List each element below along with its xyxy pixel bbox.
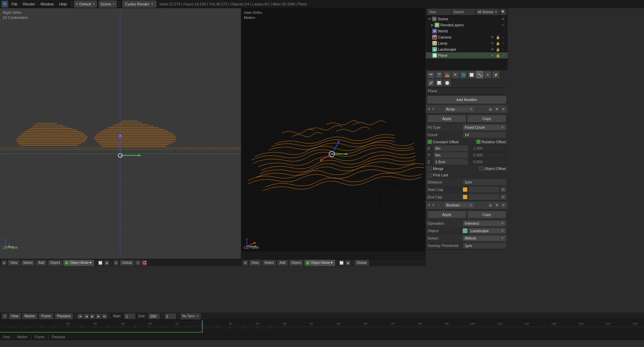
lamp-render-icon[interactable]: ○ — [501, 41, 506, 46]
boolean-type-selector[interactable]: Boolean ▼ — [444, 202, 475, 208]
vt-render-icon[interactable]: ⬜ — [98, 260, 103, 266]
menu-window[interactable]: Window — [38, 1, 56, 7]
props-icon-world[interactable]: 🌐 — [460, 71, 467, 78]
add-modifier-button[interactable]: Add Modifier — [428, 96, 506, 103]
merge-checkbox[interactable]: Merge — [428, 166, 443, 171]
vt-object-left[interactable]: Object — [48, 260, 62, 266]
props-icon-constraints[interactable]: 🔗 — [427, 79, 435, 86]
solver-selector[interactable]: BMesh ▼ — [463, 235, 506, 241]
vt-add-left[interactable]: Add — [36, 260, 47, 266]
menu-file[interactable]: File — [9, 1, 20, 7]
outliner-item-lamp[interactable]: 💡 Lamp 👁 🔒 ○ — [426, 40, 508, 46]
vt-orientation-icon[interactable]: ⊕ — [113, 260, 119, 266]
relative-offset-box[interactable] — [476, 140, 481, 144]
vt-view-right[interactable]: View — [249, 260, 261, 266]
lamp-lock-icon[interactable]: 🔒 — [496, 41, 500, 46]
all-scenes-selector[interactable]: All Scenes ▼ — [476, 9, 499, 15]
props-icon-output[interactable]: 📤 — [443, 71, 451, 78]
array-apply-button[interactable]: Apply — [428, 115, 466, 122]
props-icon-data[interactable]: 📊 — [435, 79, 443, 86]
distance-value[interactable]: 1cm — [463, 179, 506, 185]
vt-view-left[interactable]: View — [8, 260, 20, 266]
start-cap-value[interactable] — [468, 187, 500, 193]
y-value[interactable]: 0m — [434, 152, 468, 158]
plane-render-icon[interactable]: ○ — [501, 53, 506, 58]
scene-eye-icon[interactable]: 👁 — [501, 17, 506, 21]
vt-global-right[interactable]: Global — [354, 260, 369, 266]
search-button[interactable]: Search — [452, 9, 475, 15]
array-type-selector[interactable]: Array ▼ — [444, 106, 475, 112]
object-offset-box[interactable] — [479, 166, 483, 171]
prev-frame-icon[interactable]: ◀ — [84, 314, 89, 319]
end-cap-value[interactable] — [468, 194, 500, 200]
plane-lock-icon[interactable]: 🔒 — [496, 53, 500, 58]
status-markers-label[interactable]: Marker — [17, 335, 28, 339]
timeline-frame-btn[interactable]: Frame — [39, 313, 53, 319]
view-button[interactable]: View — [427, 9, 451, 15]
end-cap-edit-icon[interactable]: ✏ — [501, 194, 506, 200]
constant-offset-checkbox[interactable]: Constant Offset — [428, 140, 459, 144]
vt-mode-right[interactable]: Object Mode ▼ — [304, 260, 335, 266]
menu-bar[interactable]: File Render Window Help — [9, 1, 70, 7]
array-copy-button[interactable]: Copy — [467, 115, 506, 122]
boolean-expand-icon[interactable]: ▼ — [428, 203, 431, 207]
props-icon-material[interactable]: ⚪ — [443, 79, 451, 86]
timeline-view-btn[interactable]: View — [9, 313, 21, 319]
outliner-item-landscape[interactable]: ▲ Landscape 👁 🔒 ○ — [426, 46, 508, 52]
status-frame-label[interactable]: Frame — [35, 335, 45, 339]
left-viewport[interactable]: Right Ortho 10 Centimeters X Z (1) Plane — [0, 8, 241, 259]
vt-global-left[interactable]: Global — [120, 260, 134, 266]
props-icon-object[interactable]: ⬜ — [468, 71, 475, 78]
overlap-value[interactable]: 1μm — [463, 243, 506, 249]
vt-add-right[interactable]: Add — [277, 260, 288, 266]
camera-lock-icon[interactable]: 🔒 — [496, 35, 500, 40]
outliner-item-camera[interactable]: 📷 Camera 👁 🔒 ○ — [426, 34, 508, 40]
props-icon-physics[interactable]: ⚡ — [492, 71, 500, 78]
constant-offset-box[interactable] — [428, 140, 432, 144]
search-icon-btn[interactable]: 🔍 — [500, 9, 506, 15]
sync-selector[interactable]: No Sync ▼ — [181, 313, 201, 319]
array-render-icon[interactable]: ○ — [438, 107, 443, 111]
lamp-eye-icon[interactable]: 👁 — [490, 41, 495, 46]
outliner-item-scene[interactable]: ▼ S Scene 👁 — [426, 16, 508, 22]
play-icon[interactable]: ▶ — [90, 314, 95, 319]
vt-select-left[interactable]: Select — [21, 260, 35, 266]
rl-edit-icon[interactable]: ✏ — [501, 23, 506, 27]
timeline-ruler[interactable]: -50 -40 -30 -20 -10 0 10 20 30 40 50 60 … — [0, 320, 644, 333]
vt-pivot-icon[interactable]: ⊙ — [135, 260, 141, 266]
boolean-close-icon[interactable]: ✕ — [501, 202, 506, 208]
boolean-apply-button[interactable]: Apply — [428, 211, 466, 218]
boolean-render-icon[interactable]: ○ — [438, 203, 443, 207]
vt-select-right[interactable]: Select — [262, 260, 276, 266]
array-expand-icon[interactable]: ▼ — [428, 107, 431, 111]
vt-object-right[interactable]: Object — [289, 260, 303, 266]
jump-end-icon[interactable]: ⏭ — [102, 314, 107, 319]
boolean-vis-icon[interactable]: 👁 — [432, 203, 437, 207]
landscape-eye-icon[interactable]: 👁 — [490, 47, 495, 52]
jump-start-icon[interactable]: ⏮ — [77, 314, 83, 319]
first-last-checkbox[interactable]: First Last — [428, 173, 448, 177]
vt-shading-icon[interactable]: ◉ — [104, 260, 110, 266]
camera-render-icon[interactable]: ○ — [501, 35, 506, 40]
fit-type-selector[interactable]: Fixed Count ▼ — [463, 124, 506, 130]
boolean-down-icon[interactable]: ▼ — [494, 202, 500, 208]
next-frame-icon[interactable]: ▶ — [96, 314, 101, 319]
start-frame-field[interactable]: 1 — [124, 313, 136, 319]
render-engine-selector[interactable]: Cycles Render ▼ — [122, 1, 156, 7]
count-value[interactable]: 14 — [463, 132, 506, 138]
outliner-item-world[interactable]: W World — [426, 28, 508, 34]
plane-eye-icon[interactable]: 👁 — [490, 53, 495, 58]
props-icon-modifier[interactable]: 🔧 — [476, 71, 483, 78]
boolean-copy-button[interactable]: Copy — [467, 211, 506, 218]
props-icon-view[interactable]: 👁 — [452, 71, 459, 78]
status-view-label[interactable]: View — [3, 335, 10, 339]
current-frame-field[interactable]: 1 — [164, 313, 176, 319]
props-icon-scene[interactable]: 📷 — [427, 71, 435, 78]
landscape-lock-icon[interactable]: 🔒 — [496, 47, 500, 52]
props-icon-render[interactable]: 🎬 — [435, 71, 443, 78]
array-close-icon[interactable]: ✕ — [501, 106, 506, 112]
scene-selector[interactable]: Scene ▼ — [99, 1, 117, 7]
timeline-marker-btn[interactable]: Marker — [22, 313, 38, 319]
array-down-icon[interactable]: ▼ — [494, 106, 500, 112]
merge-box[interactable] — [428, 166, 432, 171]
